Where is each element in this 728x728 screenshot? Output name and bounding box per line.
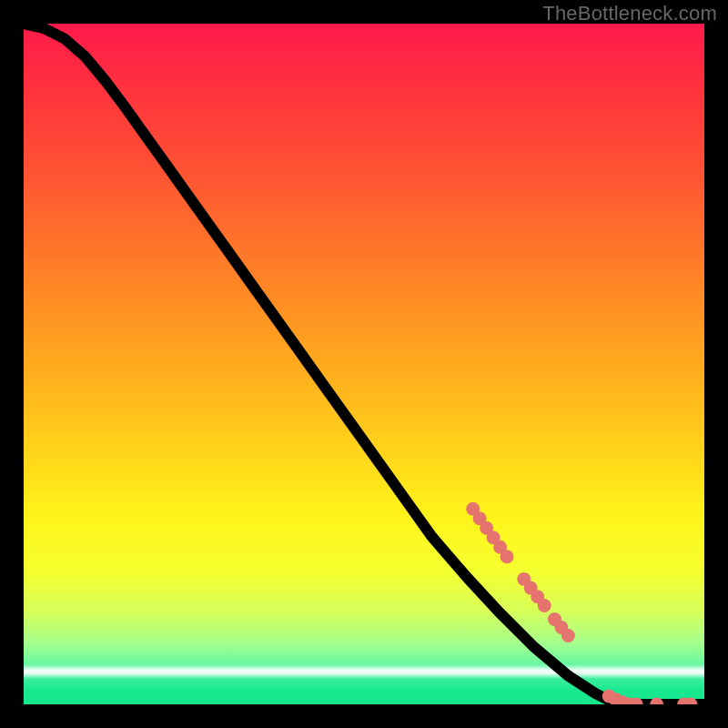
curve-markers: [466, 502, 697, 704]
watermark-text: TheBottleneck.com: [542, 2, 717, 25]
plot-area: [24, 24, 704, 704]
curve-marker: [561, 629, 575, 642]
bottleneck-curve: [24, 24, 704, 704]
chart-svg: [24, 24, 704, 704]
chart-stage: TheBottleneck.com: [0, 0, 728, 728]
curve-marker: [650, 698, 663, 704]
curve-marker: [538, 599, 551, 612]
curve-marker: [500, 550, 514, 563]
